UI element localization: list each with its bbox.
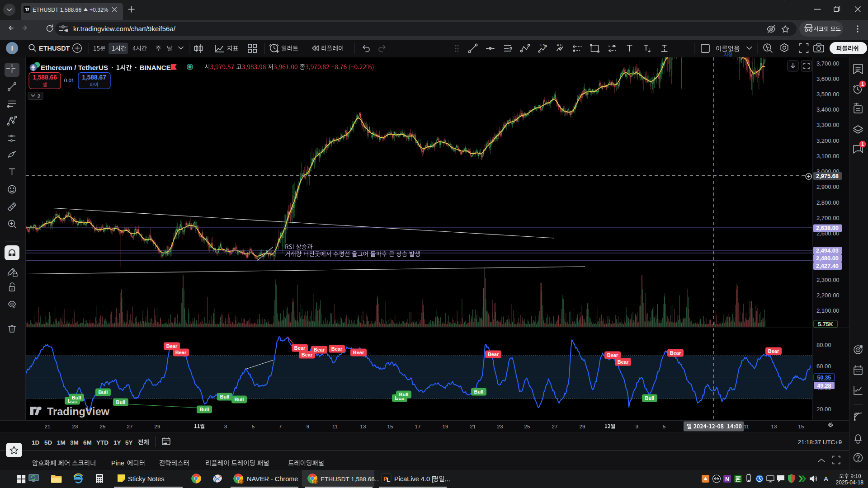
svg-text:2,900.00: 2,900.00 [816,183,840,190]
svg-text:19: 19 [443,424,448,429]
svg-text:N: N [725,476,729,483]
svg-text:17: 17 [415,424,421,429]
svg-text:Bear: Bear [768,348,779,354]
svg-text:YTD: YTD [96,439,108,446]
svg-text:PicaLive 4.0 [: PicaLive 4.0 [ [394,475,434,483]
svg-text:29: 29 [155,424,160,429]
svg-text:Bear: Bear [618,359,629,365]
svg-text:50.35: 50.35 [817,375,831,381]
svg-text:5.75K: 5.75K [818,321,833,328]
svg-text:20.00: 20.00 [816,406,831,413]
svg-text:3: 3 [224,424,227,429]
svg-text:Bull: Bull [474,389,484,394]
svg-text:Bear: Bear [488,352,499,357]
svg-text:2: 2 [38,94,40,99]
svg-text:21:18:37 UTC+9: 21:18:37 UTC+9 [798,439,842,446]
svg-text:Bull: Bull [200,407,209,412]
svg-text:27: 27 [552,424,558,429]
svg-text:2,638.00: 2,638.00 [816,225,839,231]
svg-text:1,588.67: 1,588.67 [82,74,106,81]
svg-text:Bear: Bear [607,352,618,358]
svg-text:9: 9 [307,424,309,429]
svg-text:3,600.00: 3,600.00 [816,75,840,82]
svg-text:15: 15 [798,424,804,429]
svg-text:BINANCE: BINANCE [140,64,171,71]
svg-text:A C: A C [557,43,563,47]
svg-text:Bull: Bull [116,399,126,405]
svg-text:Bear: Bear [302,352,313,357]
svg-text:11: 11 [744,424,749,429]
svg-text:49.28: 49.28 [817,383,831,389]
svg-text:+0.32%: +0.32% [90,7,108,13]
svg-text:Bear: Bear [175,350,187,355]
svg-text:25: 25 [524,424,530,429]
svg-text:ETHUSDT: ETHUSDT [39,45,70,52]
svg-text:27: 27 [127,424,133,429]
svg-text:21: 21 [45,424,51,429]
svg-text:NAVER - Chrome: NAVER - Chrome [247,475,298,483]
svg-text:1: 1 [861,142,864,147]
svg-text:23: 23 [72,424,78,429]
svg-text:21: 21 [470,424,476,429]
svg-text:5: 5 [663,424,665,429]
svg-text:Bull: Bull [220,394,230,399]
svg-text:25: 25 [100,424,106,429]
svg-text:Bull: Bull [399,392,409,397]
svg-text:Bear: Bear [670,350,681,356]
svg-text:6M: 6M [83,439,92,446]
svg-text:11: 11 [332,424,338,429]
svg-text:15: 15 [387,424,393,429]
svg-text:80.00: 80.00 [816,342,831,348]
svg-text:kr.tradingview.com/chart/9keif: kr.tradingview.com/chart/9keif56a/ [73,25,176,33]
svg-text:Pine: Pine [111,460,124,467]
svg-text:3,100.00: 3,100.00 [816,153,840,160]
svg-text:29: 29 [580,424,585,429]
svg-text:3: 3 [636,424,638,429]
svg-text:5Y: 5Y [125,439,133,446]
svg-text:Bear: Bear [166,343,178,349]
svg-text:7: 7 [279,424,282,429]
svg-text:2025-04-18: 2025-04-18 [836,479,864,486]
svg-text:5D: 5D [44,439,52,446]
svg-text:2,700.00: 2,700.00 [816,215,840,221]
svg-text:13: 13 [771,424,777,429]
svg-text:2,800.00: 2,800.00 [816,199,840,206]
svg-text:2,300.00: 2,300.00 [816,277,840,283]
svg-text:3,300.00: 3,300.00 [816,122,840,128]
svg-text:Bull: Bull [99,389,108,395]
svg-text:2,427.40: 2,427.40 [816,263,839,269]
svg-text:1 5: 1 5 [540,43,545,47]
svg-text:Bear: Bear [353,350,364,355]
svg-text:2,975.68: 2,975.68 [816,173,839,179]
svg-text:1: 1 [861,82,864,87]
svg-text:60.00: 60.00 [816,363,831,370]
svg-text:3,700.00: 3,700.00 [816,60,840,67]
svg-text:Ethereum / TetherUS: Ethereum / TetherUS [41,64,108,71]
svg-text:13: 13 [360,424,366,429]
svg-text:3,200.00: 3,200.00 [816,137,840,144]
svg-text:I: I [11,45,13,52]
svg-text:2,494.03: 2,494.03 [816,247,839,254]
svg-text:1D: 1D [32,439,40,446]
svg-text:Bull: Bull [645,395,655,401]
svg-text:5: 5 [252,424,255,429]
svg-text:3,400.00: 3,400.00 [816,106,840,113]
svg-text:Bull: Bull [235,397,244,402]
svg-text:Bear: Bear [314,347,325,352]
svg-text:ETHUSDT 1,588.66...: ETHUSDT 1,588.66... [321,476,380,483]
svg-text:1M: 1M [57,439,66,446]
svg-text:2,480.00: 2,480.00 [816,255,839,262]
svg-text:ETHUSDT 1,588.66: ETHUSDT 1,588.66 [33,7,81,13]
svg-text:0.01: 0.01 [64,78,74,83]
svg-text:1Y: 1Y [113,439,121,446]
svg-text:A: A [824,475,828,483]
svg-text:3,500.00: 3,500.00 [816,91,840,98]
svg-text:3M: 3M [70,439,79,446]
svg-text:2,100.00: 2,100.00 [816,307,840,314]
svg-text:Bear: Bear [294,345,306,351]
svg-text:1,588.66: 1,588.66 [33,74,57,81]
svg-text:Sticky Notes: Sticky Notes [128,475,165,483]
svg-text:TradingView: TradingView [47,406,110,418]
svg-text:Bear: Bear [331,346,343,352]
svg-text:23: 23 [497,424,503,429]
